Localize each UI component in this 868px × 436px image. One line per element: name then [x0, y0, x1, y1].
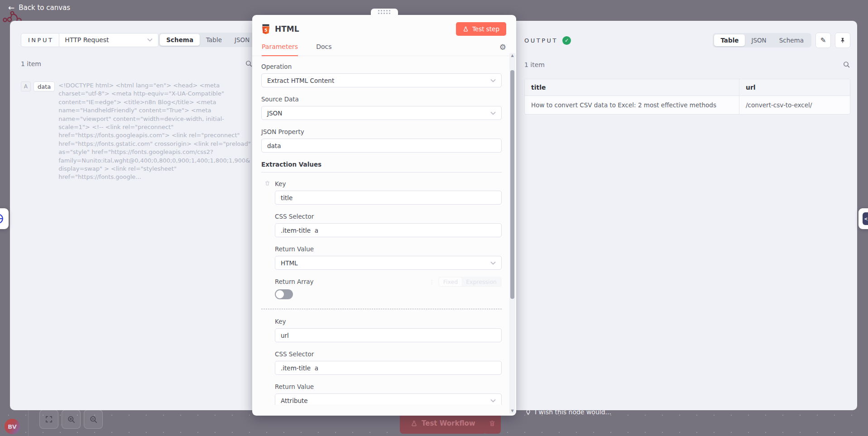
app-root: ← Back to canvas BV Test Workflow — [0, 0, 868, 436]
output-tab-table[interactable]: Table — [714, 34, 745, 46]
flask-icon — [463, 26, 469, 32]
source-data-select[interactable]: JSON — [261, 106, 502, 120]
remove-extraction-button[interactable] — [264, 180, 270, 186]
source-data-value: JSON — [267, 110, 282, 117]
output-tab-json[interactable]: JSON — [745, 34, 772, 46]
css-selector-input[interactable] — [275, 223, 502, 237]
parameters-form: Operation Extract HTML Content Source Da… — [252, 56, 516, 405]
operation-select[interactable]: Extract HTML Content — [261, 73, 502, 87]
schema-field-name[interactable]: data — [34, 81, 55, 91]
edit-output-button[interactable]: ✎ — [815, 33, 831, 48]
output-cell-title: How to convert CSV data to Excel: 2 most… — [525, 96, 739, 114]
chevron-down-icon — [490, 399, 496, 402]
chevron-down-icon — [490, 111, 496, 115]
output-panel: OUTPUT ✓ Table JSON Schema ✎ — [517, 21, 857, 410]
node-title: HTML — [275, 24, 299, 34]
fixed-option[interactable]: Fixed — [439, 278, 462, 286]
field-type-badge: A — [21, 81, 31, 91]
chevron-down-icon — [147, 38, 153, 42]
chevron-down-icon — [490, 261, 496, 265]
input-panel-title: INPUT — [21, 33, 59, 47]
fixed-expression-toggle[interactable]: Fixed Expression — [438, 277, 502, 287]
json-property-label: JSON Property — [261, 128, 502, 135]
return-value-label: Return Value — [275, 245, 502, 253]
node-settings-gear-icon[interactable]: ⚙ — [499, 43, 506, 56]
extraction-group: Key CSS Selector Return Value HTML Retur… — [275, 180, 502, 299]
html5-icon: 5 — [261, 24, 270, 34]
input-tab-table[interactable]: Table — [200, 34, 228, 46]
return-value-select[interactable]: HTML — [275, 256, 502, 270]
test-workflow-label: Test Workflow — [422, 419, 475, 427]
chevron-down-icon — [490, 79, 496, 82]
modal-drag-handle[interactable] — [371, 9, 398, 15]
return-value-value: Attribute — [281, 397, 308, 404]
zoom-in-button[interactable] — [62, 410, 81, 429]
test-workflow-button[interactable]: Test Workflow — [400, 413, 486, 434]
table-row: How to convert CSV data to Excel: 2 most… — [525, 96, 850, 114]
output-tab-schema[interactable]: Schema — [773, 34, 810, 46]
test-step-label: Test step — [472, 25, 499, 33]
schema-field-value: <!DOCTYPE html> <html lang="en"> <head> … — [58, 81, 253, 182]
code-node-stub[interactable]: </> — [858, 208, 868, 229]
tab-parameters[interactable]: Parameters — [262, 43, 298, 56]
node-feedback-link[interactable]: I wish this node would... — [525, 408, 611, 416]
input-panel: INPUT HTTP Request Schema Table JSON 1 i… — [10, 21, 257, 410]
pin-data-button[interactable] — [835, 33, 850, 48]
input-items-count: 1 item — [21, 60, 41, 67]
trash-icon — [264, 180, 270, 186]
json-property-input[interactable] — [261, 139, 502, 153]
output-panel-title: OUTPUT — [524, 37, 558, 44]
output-view-tabs: Table JSON Schema — [713, 33, 811, 48]
return-value-label: Return Value — [275, 383, 502, 390]
delete-workflow-button[interactable] — [484, 413, 501, 434]
back-to-canvas-button[interactable]: ← Back to canvas — [8, 4, 70, 12]
http-request-node-stub[interactable] — [0, 208, 9, 229]
zoom-out-button[interactable] — [84, 410, 103, 429]
lightbulb-icon — [525, 409, 531, 416]
key-input[interactable] — [275, 191, 502, 205]
input-tab-schema[interactable]: Schema — [160, 34, 200, 46]
modal-scrollbar[interactable]: ▲ ▼ — [509, 53, 515, 414]
scroll-down-icon[interactable]: ▼ — [511, 408, 513, 414]
operation-value: Extract HTML Content — [267, 77, 334, 84]
search-icon[interactable] — [245, 60, 253, 67]
input-source-value: HTTP Request — [65, 36, 109, 43]
return-value-select[interactable]: Attribute — [275, 393, 502, 405]
css-selector-input[interactable] — [275, 361, 502, 375]
extraction-values-heading: Extraction Values — [261, 161, 502, 172]
success-check-icon: ✓ — [562, 36, 571, 45]
key-label: Key — [275, 318, 502, 325]
scrollbar-thumb[interactable] — [510, 70, 514, 299]
output-col-header-title: title — [525, 79, 739, 96]
user-avatar[interactable]: BV — [5, 419, 20, 434]
input-source-select[interactable]: HTTP Request — [59, 33, 158, 47]
avatar-initials: BV — [8, 423, 16, 430]
source-data-label: Source Data — [261, 96, 502, 103]
svg-text:5: 5 — [264, 27, 268, 32]
test-step-button[interactable]: Test step — [456, 22, 506, 36]
canvas-zoom-controls — [39, 410, 103, 429]
return-array-toggle[interactable] — [275, 289, 293, 299]
node-feedback-label: I wish this node would... — [535, 408, 611, 416]
return-value-value: HTML — [281, 259, 298, 267]
output-col-header-url: url — [739, 79, 850, 96]
fit-to-screen-button[interactable] — [39, 410, 58, 429]
globe-icon — [0, 213, 4, 225]
code-icon: </> — [863, 212, 868, 225]
scroll-up-icon[interactable]: ▲ — [511, 53, 513, 58]
tab-docs[interactable]: Docs — [316, 43, 331, 55]
parameter-options-icon[interactable]: ⋮ — [429, 279, 435, 285]
input-view-tabs: Schema Table JSON — [158, 33, 257, 47]
extraction-divider — [261, 309, 502, 309]
key-input[interactable] — [275, 328, 502, 342]
search-icon[interactable] — [843, 61, 850, 68]
input-source-group: INPUT HTTP Request — [21, 33, 158, 47]
fit-to-screen-icon — [45, 415, 53, 423]
expression-option[interactable]: Expression — [462, 278, 501, 286]
drag-dots-icon — [378, 10, 390, 14]
extraction-group: Key CSS Selector Return Value Attribute … — [275, 318, 502, 405]
node-settings-modal: 5 HTML Test step Parameters Docs ⚙ Opera… — [252, 15, 516, 416]
back-to-canvas-label: Back to canvas — [19, 4, 70, 12]
back-arrow-icon: ← — [8, 4, 14, 12]
trash-icon — [489, 420, 496, 427]
